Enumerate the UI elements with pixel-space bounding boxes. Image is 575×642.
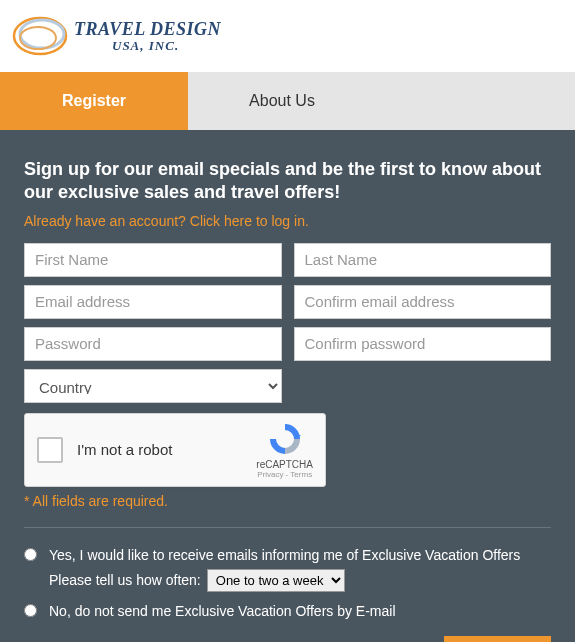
- password-input[interactable]: [24, 327, 282, 361]
- email-opt-in-group: Yes, I would like to receive emails info…: [24, 546, 551, 622]
- recaptcha-icon: [267, 421, 303, 457]
- country-select[interactable]: Country: [24, 369, 282, 403]
- tabs: Register About Us: [0, 72, 575, 130]
- logo: TRAVEL DESIGN USA, INC.: [10, 12, 565, 60]
- last-name-input[interactable]: [294, 243, 552, 277]
- logo-swirl-icon: [10, 12, 70, 60]
- opt-in-yes-label: Yes, I would like to receive emails info…: [49, 547, 520, 563]
- content: Sign up for our email specials and be th…: [0, 130, 575, 642]
- login-link[interactable]: Already have an account? Click here to l…: [24, 213, 551, 229]
- opt-in-no-radio[interactable]: [24, 604, 37, 617]
- svg-point-2: [20, 27, 56, 49]
- recaptcha-brand: reCAPTCHA: [256, 459, 313, 470]
- freq-label: Please tell us how often:: [49, 571, 201, 591]
- footer-row: By selecting submit, I am acknowledging …: [24, 636, 551, 642]
- required-note: * All fields are required.: [24, 493, 551, 509]
- logo-line2: USA, INC.: [112, 38, 221, 54]
- freq-select[interactable]: One to two a week: [207, 569, 345, 592]
- submit-button[interactable]: Submit ▶: [444, 636, 551, 642]
- opt-in-yes-radio[interactable]: [24, 548, 37, 561]
- svg-point-1: [20, 20, 64, 48]
- first-name-input[interactable]: [24, 243, 282, 277]
- confirm-email-input[interactable]: [294, 285, 552, 319]
- tab-about-us[interactable]: About Us: [188, 72, 376, 130]
- opt-in-yes-content: Yes, I would like to receive emails info…: [49, 546, 551, 593]
- page-heading: Sign up for our email specials and be th…: [24, 158, 551, 205]
- header: TRAVEL DESIGN USA, INC.: [0, 0, 575, 72]
- tab-register[interactable]: Register: [0, 72, 188, 130]
- opt-in-no-label: No, do not send me Exclusive Vacation Of…: [49, 602, 551, 622]
- recaptcha-checkbox[interactable]: [37, 437, 63, 463]
- logo-text: TRAVEL DESIGN USA, INC.: [74, 19, 221, 54]
- divider: [24, 527, 551, 528]
- recaptcha: I'm not a robot reCAPTCHA Privacy - Term…: [24, 413, 326, 487]
- logo-line1: TRAVEL DESIGN: [74, 19, 221, 40]
- confirm-password-input[interactable]: [294, 327, 552, 361]
- recaptcha-label: I'm not a robot: [77, 441, 256, 458]
- email-input[interactable]: [24, 285, 282, 319]
- recaptcha-terms[interactable]: Privacy - Terms: [256, 470, 313, 479]
- recaptcha-branding: reCAPTCHA Privacy - Terms: [256, 421, 313, 479]
